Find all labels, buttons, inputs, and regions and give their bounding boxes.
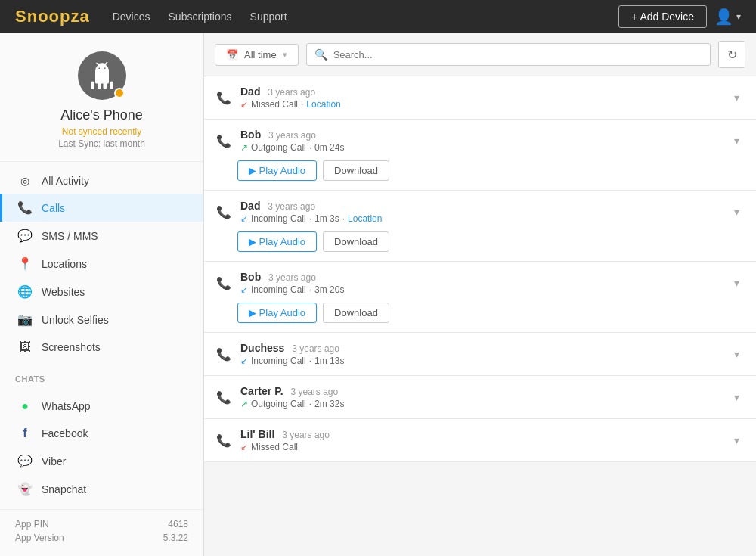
sidebar: Alice's Phone Not synced recently Last S…: [0, 33, 204, 556]
call-type-arrow: ↙: [240, 213, 248, 224]
call-separator2: ·: [342, 213, 345, 224]
sidebar-item-label: Calls: [42, 202, 65, 214]
call-time: 3 years ago: [268, 201, 315, 212]
sidebar-item-viber[interactable]: 💬 Viber: [0, 447, 203, 475]
play-audio-button[interactable]: ▶ Play Audio: [237, 303, 317, 323]
brand-logo: Snoopza: [15, 7, 90, 26]
call-type-arrow: ↗: [240, 399, 248, 409]
caller-name: Bob: [240, 271, 261, 283]
device-sync-status: Not synced recently: [12, 126, 191, 137]
call-expand-button[interactable]: ▾: [730, 433, 744, 448]
download-button[interactable]: Download: [323, 303, 389, 323]
phone-icon: 📞: [216, 347, 231, 362]
device-avatar: [78, 51, 126, 100]
nav-link-devices[interactable]: Devices: [113, 11, 150, 23]
account-button[interactable]: 👤 ▾: [714, 8, 741, 26]
call-expand-button[interactable]: ▾: [730, 90, 744, 105]
call-expand-button[interactable]: ▾: [730, 204, 744, 219]
call-header: 📞 Bob 3 years ago ↙ Incoming Call · 3m 2…: [216, 271, 744, 295]
phone-icon: 📞: [216, 134, 231, 148]
call-separator: ·: [309, 356, 311, 366]
call-name-line: Lil' Bill 3 years ago: [240, 428, 330, 440]
brand-name: Snoopza: [15, 7, 90, 26]
table-row: 📞 Lil' Bill 3 years ago ↙ Missed Call: [204, 419, 756, 462]
call-duration: 1m 3s: [314, 213, 339, 224]
refresh-button[interactable]: ↻: [718, 41, 745, 68]
websites-icon: 🌐: [17, 284, 33, 299]
sidebar-item-locations[interactable]: 📍 Locations: [0, 250, 203, 278]
call-expand-button[interactable]: ▾: [730, 390, 744, 405]
call-name-line: Bob 3 years ago: [240, 129, 344, 141]
sidebar-item-facebook[interactable]: f Facebook: [0, 420, 203, 447]
table-row: 📞 Dad 3 years ago ↙ Missed Call · Locati…: [204, 76, 756, 120]
device-info: Alice's Phone Not synced recently Last S…: [0, 33, 203, 162]
search-box: 🔍: [306, 43, 711, 66]
filter-label: All time: [244, 49, 277, 61]
sms-icon: 💬: [17, 228, 33, 243]
call-expand-button[interactable]: ▾: [730, 133, 744, 148]
sidebar-item-sms[interactable]: 💬 SMS / MMS: [0, 222, 203, 250]
sidebar-item-unlock-selfies[interactable]: 📷 Unlock Selfies: [0, 306, 203, 334]
call-location-link[interactable]: Location: [348, 213, 382, 224]
sidebar-item-websites[interactable]: 🌐 Websites: [0, 278, 203, 306]
call-separator: ·: [309, 284, 311, 295]
sidebar-item-label: Viber: [42, 455, 66, 467]
call-details: Bob 3 years ago ↙ Incoming Call · 3m 20s: [240, 271, 344, 295]
call-info: 📞 Carter P. 3 years ago ↗ Outgoing Call …: [216, 385, 344, 409]
phone-icon: 📞: [216, 433, 231, 448]
filter-button[interactable]: 📅 All time ▾: [215, 44, 299, 66]
call-meta: ↗ Outgoing Call · 0m 24s: [240, 142, 344, 153]
call-time: 3 years ago: [268, 272, 316, 283]
search-input[interactable]: [333, 49, 702, 61]
call-meta: ↙ Incoming Call · 3m 20s: [240, 284, 344, 295]
call-type: Incoming Call: [251, 284, 306, 295]
table-row: 📞 Carter P. 3 years ago ↗ Outgoing Call …: [204, 376, 756, 419]
call-name-line: Dad 3 years ago: [240, 200, 382, 212]
caller-name: Carter P.: [240, 385, 284, 397]
call-name-line: Dad 3 years ago: [240, 85, 341, 98]
call-info: 📞 Dad 3 years ago ↙ Missed Call · Locati…: [216, 85, 341, 110]
call-expand-button[interactable]: ▾: [730, 346, 744, 362]
refresh-icon: ↻: [727, 48, 737, 62]
call-type: Incoming Call: [251, 356, 306, 366]
play-audio-button[interactable]: ▶ Play Audio: [237, 231, 317, 252]
call-header: 📞 Lil' Bill 3 years ago ↙ Missed Call: [216, 428, 744, 452]
call-time: 3 years ago: [282, 430, 330, 440]
call-info: 📞 Duchess 3 years ago ↙ Incoming Call · …: [216, 342, 344, 366]
sidebar-item-screenshots[interactable]: 🖼 Screenshots: [0, 334, 203, 361]
call-expand-button[interactable]: ▾: [730, 275, 744, 290]
call-type-arrow: ↗: [240, 142, 248, 153]
call-time: 3 years ago: [268, 87, 315, 98]
caller-name: Dad: [240, 200, 260, 212]
nav-link-subscriptions[interactable]: Subscriptions: [169, 11, 232, 23]
sidebar-item-all-activity[interactable]: ◎ All Activity: [0, 168, 203, 194]
download-button[interactable]: Download: [323, 160, 389, 181]
app-pin-value: 4618: [168, 519, 188, 530]
call-type-arrow: ↙: [240, 99, 248, 110]
play-audio-button[interactable]: ▶ Play Audio: [237, 160, 317, 181]
call-separator: ·: [301, 99, 303, 110]
call-details: Dad 3 years ago ↙ Incoming Call · 1m 3s …: [240, 200, 382, 224]
sidebar-item-whatsapp[interactable]: ● WhatsApp: [0, 393, 203, 420]
caller-name: Lil' Bill: [240, 428, 274, 440]
sidebar-item-snapchat[interactable]: 👻 Snapchat: [0, 475, 203, 503]
sidebar-item-label: Websites: [42, 286, 85, 298]
call-location-link[interactable]: Location: [306, 99, 340, 110]
call-separator: ·: [309, 142, 311, 153]
call-time: 3 years ago: [268, 130, 316, 141]
call-header: 📞 Dad 3 years ago ↙ Incoming Call · 1m 3…: [216, 200, 744, 224]
add-device-label: + Add Device: [631, 11, 694, 23]
add-device-button[interactable]: + Add Device: [618, 5, 707, 28]
nav-link-support[interactable]: Support: [250, 11, 287, 23]
app-version-label: App Version: [15, 533, 64, 543]
table-row: 📞 Dad 3 years ago ↙ Incoming Call · 1m 3…: [204, 191, 756, 262]
call-separator: ·: [309, 213, 311, 224]
app-version-value: 5.3.22: [163, 533, 188, 543]
download-button[interactable]: Download: [323, 231, 389, 252]
navbar-right: + Add Device 👤 ▾: [618, 5, 741, 28]
sidebar-item-calls[interactable]: 📞 Calls: [0, 194, 203, 222]
call-details: Duchess 3 years ago ↙ Incoming Call · 1m…: [240, 342, 344, 366]
call-header: 📞 Bob 3 years ago ↗ Outgoing Call · 0m 2…: [216, 129, 744, 153]
all-activity-icon: ◎: [17, 175, 33, 187]
whatsapp-icon: ●: [17, 399, 33, 413]
